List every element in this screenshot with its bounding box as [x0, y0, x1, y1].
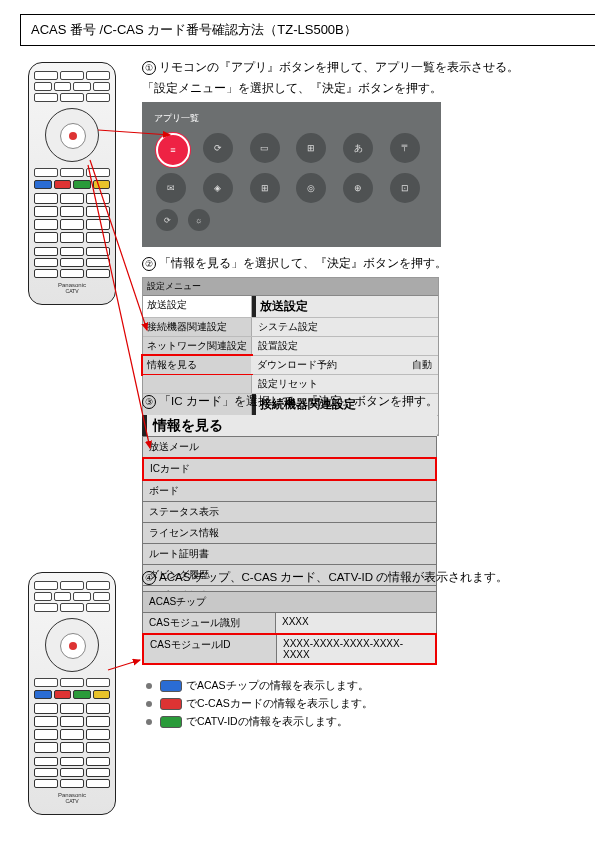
- app-icon: ◎: [296, 173, 326, 203]
- info-item: 放送メール: [142, 436, 437, 458]
- app-icon: ⊡: [390, 173, 420, 203]
- step4-text: ④ACAS チップ、C-CAS カード、CATV-ID の情報が表示されます。: [142, 570, 572, 585]
- right-reset: 設定リセット: [252, 375, 438, 393]
- red-button-icon: [160, 698, 182, 710]
- step-1: ①リモコンの『アプリ』ボタンを押して、アプリ一覧を表示させる。 「設定メニュー」…: [142, 60, 572, 247]
- remote-sub: CATV: [33, 288, 111, 294]
- step3-text: ③「IC カード」を選択して、『決定』ボタンを押す。: [142, 394, 572, 409]
- app-icon: ✉: [156, 173, 186, 203]
- legend-row-green: でCATV-IDの情報を表示します。: [146, 715, 572, 729]
- app-icon: ⟳: [203, 133, 233, 163]
- acas-row-id-highlight: CASモジュールIDXXXX-XXXX-XXXX-XXXX-XXXX: [142, 633, 437, 665]
- app-icon: ◈: [203, 173, 233, 203]
- remote-control-1: Panasonic CATV: [28, 62, 116, 305]
- acas-info-screen: ACASチップ CASモジュール識別XXXX CASモジュールIDXXXX-XX…: [142, 591, 437, 665]
- right-install: 設置設定: [252, 337, 438, 355]
- menu-header: 設定メニュー: [143, 278, 438, 296]
- info-item-iccard-highlight: ICカード: [142, 457, 437, 481]
- step1-text1: ①リモコンの『アプリ』ボタンを押して、アプリ一覧を表示させる。: [142, 60, 572, 75]
- acas-head: ACASチップ: [142, 591, 437, 613]
- info-title: 情報を見る: [142, 415, 437, 437]
- info-item: ルート証明書: [142, 543, 437, 565]
- menu-item-device: 接続機器関連設定: [143, 318, 252, 336]
- app-icon: ☼: [188, 209, 210, 231]
- app-icon: あ: [343, 133, 373, 163]
- section-broadcast: 放送設定: [252, 296, 438, 317]
- app-settings-menu-icon: ≡: [156, 133, 190, 167]
- legend: でACASチップの情報を表示します。 でC-CASカードの情報を表示します。 で…: [146, 679, 572, 729]
- step-4: ④ACAS チップ、C-CAS カード、CATV-ID の情報が表示されます。 …: [142, 570, 572, 733]
- app-list-title: アプリ一覧: [154, 112, 433, 125]
- app-icon: ⊕: [343, 173, 373, 203]
- right-system: システム設定: [252, 318, 438, 336]
- page-title: ACAS 番号 /C-CAS カード番号確認方法（TZ-LS500B）: [20, 14, 595, 46]
- menu-item-network: ネットワーク関連設定: [143, 337, 252, 355]
- step1-text2: 「設定メニュー」を選択して、『決定』ボタンを押す。: [142, 81, 572, 96]
- dpad: [45, 108, 99, 162]
- info-item: ステータス表示: [142, 501, 437, 523]
- app-list-screen: アプリ一覧 ≡ ⟳ ▭ ⊞ あ 〒 ✉ ◈ ⊞ ◎ ⊕ ⊡ ⟳ ☼: [142, 102, 441, 247]
- legend-row-red: でC-CASカードの情報を表示します。: [146, 697, 572, 711]
- app-icon: ▭: [250, 133, 280, 163]
- info-item: ライセンス情報: [142, 522, 437, 544]
- info-item: ボード: [142, 480, 437, 502]
- menu-item-info-highlight: 情報を見る: [141, 354, 253, 376]
- menu-item-broadcast: 放送設定: [143, 296, 252, 317]
- ok-button: [60, 123, 86, 149]
- app-icon: ⊞: [296, 133, 326, 163]
- step2-text: ②「情報を見る」を選択して、『決定』ボタンを押す。: [142, 256, 572, 271]
- app-icon: ⟳: [156, 209, 178, 231]
- app-icon: ⊞: [250, 173, 280, 203]
- blue-button-icon: [160, 680, 182, 692]
- app-icon: 〒: [390, 133, 420, 163]
- remote-control-2: Panasonic CATV: [28, 572, 116, 815]
- legend-row-blue: でACASチップの情報を表示します。: [146, 679, 572, 693]
- green-button-icon: [160, 716, 182, 728]
- right-download: ダウンロード予約自動: [251, 356, 438, 374]
- acas-row: CASモジュール識別XXXX: [142, 612, 437, 634]
